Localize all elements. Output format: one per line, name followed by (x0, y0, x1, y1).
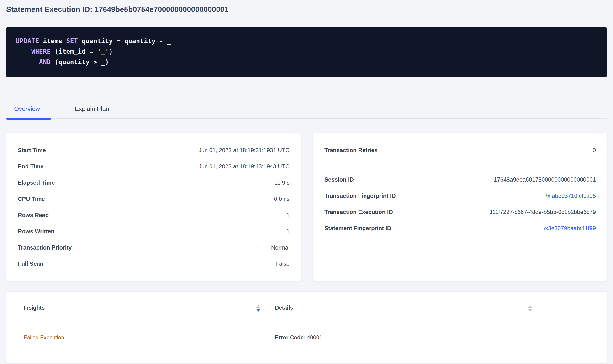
transaction-fingerprint-id-link[interactable]: \xfabe93710fcfca05 (546, 193, 596, 199)
stat-row: Transaction Retries 0 (324, 142, 596, 158)
column-header-insights[interactable]: Insights (24, 305, 45, 313)
page-title: Statement Execution ID: 17649be5b0754e70… (6, 5, 228, 14)
insights-table-card: Insights Details Failed Execution Error … (6, 291, 607, 363)
stat-value: 1 (286, 212, 290, 219)
stat-label: Transaction Priority (18, 244, 72, 251)
stat-row: Full Scan False (18, 256, 290, 272)
caret-up-icon (256, 305, 260, 308)
caret-down-icon (528, 309, 532, 312)
stat-label: Rows Written (18, 228, 54, 235)
stat-label: CPU Time (18, 195, 45, 202)
stat-label: Transaction Fingerprint ID (324, 193, 396, 199)
sql-statement-code: UPDATE items SET quantity = quantity - _… (16, 36, 597, 67)
insights-table-header: Insights Details (6, 292, 607, 320)
stat-value: 0.0 ns (274, 195, 290, 202)
overview-stats-card: Start Time Jun 01, 2023 at 18:19:31:1931… (6, 133, 301, 281)
caret-down-icon (256, 309, 260, 312)
statement-fingerprint-id-link[interactable]: \x3e3079baabf41f99 (544, 225, 596, 232)
session-id-value: 17648a9eea6017800000000000000001 (494, 176, 596, 183)
stat-value: Normal (271, 244, 290, 251)
stat-row: Transaction Priority Normal (18, 239, 290, 256)
sort-icon-details[interactable] (528, 305, 532, 312)
tabs-baseline (6, 118, 607, 119)
insight-details-cell: Error Code: 40001 (275, 334, 322, 341)
stat-row: End Time Jun 01, 2023 at 18:19:43:1943 U… (18, 158, 290, 175)
stat-row: Transaction Fingerprint ID \xfabe93710fc… (324, 188, 596, 204)
tab-overview[interactable]: Overview (14, 105, 40, 113)
stat-label: Elapsed Time (18, 179, 55, 186)
stat-row: Rows Written 1 (18, 223, 290, 239)
insights-table-row: Failed Execution Error Code: 40001 (6, 320, 607, 355)
stat-value: 0 (593, 147, 596, 154)
stat-label: Start Time (18, 147, 46, 154)
stat-label: Transaction Execution ID (324, 209, 393, 215)
stat-label: Rows Read (18, 212, 49, 219)
active-tab-indicator (6, 117, 51, 119)
stat-row: Start Time Jun 01, 2023 at 18:19:31:1931… (18, 142, 290, 158)
card-divider (324, 165, 596, 165)
stat-label: Statement Fingerprint ID (324, 225, 391, 232)
error-code-label: Error Code: (275, 334, 306, 341)
transaction-execution-id-value: 311f7227-c667-4dde-b5bb-0c1b2bbe6c79 (489, 209, 596, 215)
stat-label: Full Scan (18, 260, 43, 267)
stat-label: End Time (18, 163, 44, 170)
stat-row: Statement Fingerprint ID \x3e3079baabf41… (324, 220, 596, 236)
stat-label: Session ID (324, 176, 354, 183)
tab-explain-plan[interactable]: Explain Plan (75, 105, 109, 113)
stat-value: 1 (286, 228, 290, 235)
sort-icon-insights[interactable] (256, 305, 260, 312)
caret-up-icon (528, 305, 532, 308)
transaction-ids-card: Transaction Retries 0 Session ID 17648a9… (313, 133, 608, 281)
insight-type-cell: Failed Execution (24, 334, 64, 341)
error-code-value: 40001 (307, 334, 322, 341)
stat-row: Transaction Execution ID 311f7227-c667-4… (324, 204, 596, 220)
stat-value: Jun 01, 2023 at 18:19:43:1943 UTC (198, 163, 290, 170)
stat-row: CPU Time 0.0 ns (18, 191, 290, 207)
stat-row: Session ID 17648a9eea6017800000000000000… (324, 171, 596, 188)
sql-statement-box: UPDATE items SET quantity = quantity - _… (6, 27, 607, 77)
stat-label: Transaction Retries (324, 147, 378, 154)
stat-value: Jun 01, 2023 at 18:19:31:1931 UTC (198, 147, 290, 154)
stat-row: Rows Read 1 (18, 207, 290, 223)
column-header-details[interactable]: Details (275, 305, 293, 313)
stat-row: Elapsed Time 11.9 s (18, 175, 290, 191)
stat-value: False (276, 260, 290, 267)
stat-value: 11.9 s (274, 179, 290, 186)
